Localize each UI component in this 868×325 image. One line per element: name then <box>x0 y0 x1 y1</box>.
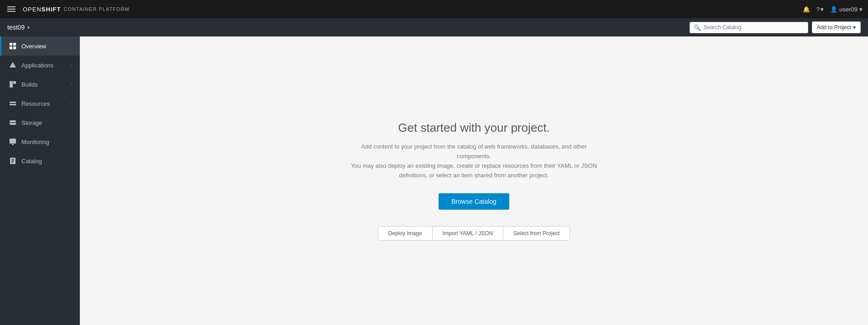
import-yaml-button[interactable]: Import YAML / JSON <box>433 227 503 240</box>
project-name[interactable]: test09 <box>7 24 25 31</box>
svg-rect-3 <box>13 46 16 49</box>
select-from-project-button[interactable]: Select from Project <box>503 227 570 240</box>
catalog-icon <box>9 157 17 165</box>
svg-rect-1 <box>13 43 16 46</box>
notifications-bell[interactable]: 🔔 <box>803 6 810 13</box>
svg-rect-7 <box>10 102 16 103</box>
search-catalog-box[interactable]: 🔍 <box>690 22 808 33</box>
user-menu[interactable]: 👤 user09 ▾ <box>830 6 863 13</box>
username: user09 <box>839 6 858 13</box>
search-catalog-input[interactable] <box>704 24 804 31</box>
svg-rect-8 <box>10 104 16 105</box>
brand: OPENSHIFT CONTAINER PLATFORM <box>23 6 130 13</box>
storage-icon <box>9 119 17 127</box>
help-button[interactable]: ? ▾ <box>816 6 824 13</box>
main-layout: Overview Applications › Builds › <box>0 36 868 325</box>
deploy-image-button[interactable]: Deploy Image <box>378 227 433 240</box>
sidebar-item-overview-inner: Overview <box>9 42 46 50</box>
sidebar-item-resources[interactable]: Resources › <box>0 94 80 113</box>
sidebar-item-catalog[interactable]: Catalog <box>0 151 80 170</box>
sidebar-item-catalog-inner: Catalog <box>9 157 42 165</box>
sidebar-item-overview-label: Overview <box>21 43 46 50</box>
desc-line2: You may also deploy an existing image, c… <box>351 162 597 169</box>
sidebar-item-builds-label: Builds <box>21 81 37 88</box>
brand-shift: SHIFT <box>42 6 61 13</box>
top-nav-right: 🔔 ? ▾ 👤 user09 ▾ <box>803 6 863 13</box>
applications-icon <box>9 61 17 69</box>
add-to-project-label: Add to Project <box>817 24 851 31</box>
project-chevron: ▾ <box>27 25 30 31</box>
svg-rect-0 <box>10 43 12 46</box>
svg-rect-6 <box>13 81 16 84</box>
sidebar-item-applications-inner: Applications <box>9 61 53 69</box>
svg-rect-11 <box>10 139 16 144</box>
brand-open: OPEN <box>23 6 42 13</box>
sidebar-item-builds-inner: Builds <box>9 80 37 88</box>
hamburger-menu[interactable] <box>5 5 17 14</box>
sidebar-item-builds[interactable]: Builds › <box>0 75 80 94</box>
sidebar-item-monitoring-inner: Monitoring <box>9 138 49 146</box>
secondary-actions: Deploy Image Import YAML / JSON Select f… <box>378 226 570 241</box>
user-icon: 👤 <box>830 6 837 13</box>
overview-icon <box>9 42 17 50</box>
sidebar-item-resources-inner: Resources <box>9 99 50 108</box>
brand-name: OPENSHIFT <box>23 6 61 13</box>
applications-chevron: › <box>71 63 73 68</box>
sidebar-item-applications[interactable]: Applications › <box>0 56 80 75</box>
svg-rect-2 <box>10 46 12 49</box>
resources-chevron: › <box>71 101 73 106</box>
sidebar-item-monitoring[interactable]: Monitoring <box>0 132 80 151</box>
sidebar-item-storage-label: Storage <box>21 119 42 126</box>
svg-marker-4 <box>10 62 16 67</box>
svg-rect-5 <box>10 81 13 88</box>
get-started-card: Get started with your project. Add conte… <box>337 103 611 258</box>
help-chevron: ▾ <box>821 6 824 13</box>
top-nav-left: OPENSHIFT CONTAINER PLATFORM <box>5 5 130 14</box>
user-chevron: ▾ <box>859 6 863 13</box>
add-to-project-chevron: ▾ <box>853 24 856 31</box>
sub-nav-left: test09 ▾ <box>7 24 30 31</box>
sidebar-item-storage-inner: Storage <box>9 119 42 127</box>
sidebar: Overview Applications › Builds › <box>0 36 80 325</box>
main-content: Get started with your project. Add conte… <box>80 36 868 325</box>
desc-line3: definitions, or select an item shared fr… <box>399 172 549 179</box>
sidebar-item-catalog-label: Catalog <box>21 158 42 165</box>
help-icon: ? <box>816 6 820 13</box>
resources-icon <box>9 99 17 108</box>
page-title: Get started with your project. <box>346 121 602 135</box>
browse-catalog-button[interactable]: Browse Catalog <box>439 193 509 210</box>
brand-platform: CONTAINER PLATFORM <box>63 6 129 12</box>
top-nav: OPENSHIFT CONTAINER PLATFORM 🔔 ? ▾ 👤 use… <box>0 0 868 18</box>
search-icon: 🔍 <box>694 24 701 31</box>
svg-rect-12 <box>12 144 14 145</box>
sidebar-item-monitoring-label: Monitoring <box>21 139 49 145</box>
desc-line1: Add content to your project from the cat… <box>361 143 586 160</box>
builds-chevron: › <box>71 82 73 87</box>
add-to-project-button[interactable]: Add to Project ▾ <box>812 21 861 33</box>
builds-icon <box>9 80 17 88</box>
sidebar-item-overview[interactable]: Overview <box>0 36 80 56</box>
sidebar-item-storage[interactable]: Storage <box>0 113 80 132</box>
sub-nav-right: 🔍 Add to Project ▾ <box>690 21 861 33</box>
sidebar-item-applications-label: Applications <box>21 62 53 69</box>
sub-nav: test09 ▾ 🔍 Add to Project ▾ <box>0 18 868 36</box>
monitoring-icon <box>9 138 17 146</box>
sidebar-item-resources-label: Resources <box>21 100 50 107</box>
get-started-description: Add content to your project from the cat… <box>346 142 602 180</box>
